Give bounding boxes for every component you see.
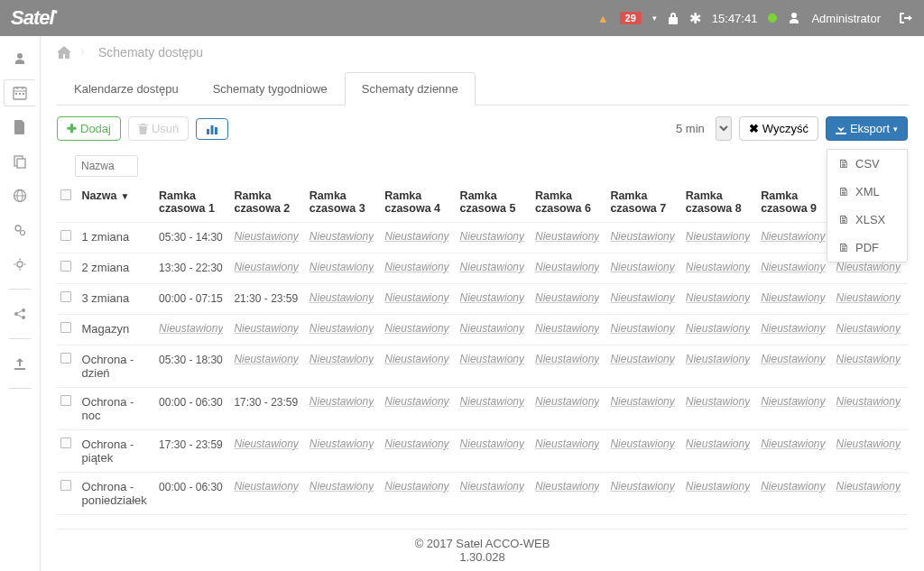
unset-link[interactable]: Nieustawiony xyxy=(460,261,524,273)
row-name[interactable]: 3 zmiana xyxy=(82,291,130,305)
checkbox-icon[interactable] xyxy=(60,189,71,200)
sidenav-document[interactable] xyxy=(4,114,36,141)
sidenav-copy[interactable] xyxy=(4,148,36,175)
unset-link[interactable]: Nieustawiony xyxy=(159,322,223,335)
time-range[interactable]: 17:30 - 23:59 xyxy=(159,438,223,451)
col-f6[interactable]: Ramka czasowa 6 xyxy=(531,182,606,223)
add-button[interactable]: ✚ Dodaj xyxy=(57,116,121,141)
sidenav-gear[interactable] xyxy=(4,251,36,278)
unset-link[interactable]: Nieustawiony xyxy=(686,353,750,365)
row-checkbox[interactable] xyxy=(60,230,71,241)
sidenav-users[interactable] xyxy=(4,45,36,72)
unset-link[interactable]: Nieustawiony xyxy=(384,261,448,273)
export-xlsx[interactable]: 🗎XLSX xyxy=(827,206,907,234)
unset-link[interactable]: Nieustawiony xyxy=(535,230,599,243)
unset-link[interactable]: Nieustawiony xyxy=(460,437,524,450)
sidenav-gears[interactable] xyxy=(4,216,36,244)
unset-link[interactable]: Nieustawiony xyxy=(610,230,674,243)
unset-link[interactable]: Nieustawiony xyxy=(686,395,750,408)
row-checkbox[interactable] xyxy=(60,437,71,448)
time-range[interactable]: 00:00 - 07:15 xyxy=(159,292,223,305)
unset-link[interactable]: Nieustawiony xyxy=(610,437,674,450)
unset-link[interactable]: Nieustawiony xyxy=(535,437,599,450)
unset-link[interactable]: Nieustawiony xyxy=(836,322,901,335)
clear-button[interactable]: ✖ Wyczyść xyxy=(739,116,818,141)
row-name[interactable]: 1 zmiana xyxy=(82,230,130,244)
unset-link[interactable]: Nieustawiony xyxy=(761,437,825,450)
export-csv[interactable]: 🗎CSV xyxy=(827,150,907,178)
filter-name-input[interactable] xyxy=(75,155,138,177)
unset-link[interactable]: Nieustawiony xyxy=(384,395,448,408)
unset-link[interactable]: Nieustawiony xyxy=(310,291,374,304)
time-range[interactable]: 00:00 - 06:30 xyxy=(159,481,223,493)
unset-link[interactable]: Nieustawiony xyxy=(460,230,524,243)
user-name[interactable]: Administrator xyxy=(811,12,881,25)
col-f3[interactable]: Ramka czasowa 3 xyxy=(306,182,381,223)
unset-link[interactable]: Nieustawiony xyxy=(610,322,674,335)
row-name[interactable]: Ochrona - noc xyxy=(82,395,134,422)
unset-link[interactable]: Nieustawiony xyxy=(836,437,901,450)
col-f7[interactable]: Ramka czasowa 7 xyxy=(606,182,681,223)
col-f5[interactable]: Ramka czasowa 5 xyxy=(457,182,531,223)
time-range[interactable]: 13:30 - 22:30 xyxy=(159,262,223,274)
unset-link[interactable]: Nieustawiony xyxy=(460,395,524,408)
sidenav-calendar[interactable] xyxy=(4,79,36,106)
asterisk-icon[interactable]: ✱ xyxy=(689,10,701,27)
time-range[interactable]: 17:30 - 23:59 xyxy=(234,396,298,409)
col-f8[interactable]: Ramka czasowa 8 xyxy=(682,182,757,223)
time-range[interactable]: 05:30 - 14:30 xyxy=(159,231,223,244)
unset-link[interactable]: Nieustawiony xyxy=(234,480,298,493)
unset-link[interactable]: Nieustawiony xyxy=(535,480,599,493)
unset-link[interactable]: Nieustawiony xyxy=(384,291,448,304)
unset-link[interactable]: Nieustawiony xyxy=(460,322,524,335)
col-f1[interactable]: Ramka czasowa 1 xyxy=(155,182,230,223)
unset-link[interactable]: Nieustawiony xyxy=(384,353,448,365)
refresh-interval-select[interactable] xyxy=(716,116,732,141)
col-f9[interactable]: Ramka czasowa 9 xyxy=(757,182,832,223)
sidenav-share[interactable] xyxy=(4,300,36,327)
breadcrumb-page[interactable]: Schematy dostępu xyxy=(98,45,203,60)
export-button[interactable]: Eksport ▾ xyxy=(826,116,908,141)
time-range[interactable]: 21:30 - 23:59 xyxy=(234,292,298,305)
time-range[interactable]: 00:00 - 06:30 xyxy=(159,396,223,409)
col-f4[interactable]: Ramka czasowa 4 xyxy=(381,182,456,223)
sidenav-upload[interactable] xyxy=(4,350,36,377)
unset-link[interactable]: Nieustawiony xyxy=(761,395,825,408)
row-name[interactable]: Ochrona - poniedziałek xyxy=(82,480,147,507)
unset-link[interactable]: Nieustawiony xyxy=(686,230,750,243)
unset-link[interactable]: Nieustawiony xyxy=(460,353,524,365)
unset-link[interactable]: Nieustawiony xyxy=(460,291,524,304)
unset-link[interactable]: Nieustawiony xyxy=(234,353,298,365)
unset-link[interactable]: Nieustawiony xyxy=(686,437,750,450)
unset-link[interactable]: Nieustawiony xyxy=(310,261,374,273)
unset-link[interactable]: Nieustawiony xyxy=(310,480,374,493)
unset-link[interactable]: Nieustawiony xyxy=(384,437,448,450)
unset-link[interactable]: Nieustawiony xyxy=(610,395,674,408)
warning-icon[interactable]: ▲ xyxy=(597,12,609,25)
logout-icon[interactable] xyxy=(899,12,913,24)
row-checkbox[interactable] xyxy=(60,261,71,272)
row-checkbox[interactable] xyxy=(60,353,71,364)
unset-link[interactable]: Nieustawiony xyxy=(310,230,374,243)
col-name[interactable]: Nazwa▼ xyxy=(79,182,156,223)
unset-link[interactable]: Nieustawiony xyxy=(686,480,750,493)
unset-link[interactable]: Nieustawiony xyxy=(234,322,298,335)
unset-link[interactable]: Nieustawiony xyxy=(535,322,599,335)
unset-link[interactable]: Nieustawiony xyxy=(686,322,750,335)
unset-link[interactable]: Nieustawiony xyxy=(761,480,825,493)
unset-link[interactable]: Nieustawiony xyxy=(836,291,901,304)
unset-link[interactable]: Nieustawiony xyxy=(535,353,599,365)
unset-link[interactable]: Nieustawiony xyxy=(610,480,674,493)
row-name[interactable]: Ochrona - dzień xyxy=(82,353,134,380)
unset-link[interactable]: Nieustawiony xyxy=(384,322,448,335)
export-xml[interactable]: 🗎XML xyxy=(827,178,907,206)
unset-link[interactable]: Nieustawiony xyxy=(460,480,524,493)
export-pdf[interactable]: 🗎PDF xyxy=(827,234,907,262)
row-checkbox[interactable] xyxy=(60,480,71,491)
unset-link[interactable]: Nieustawiony xyxy=(535,261,599,273)
row-checkbox[interactable] xyxy=(60,395,71,406)
unset-link[interactable]: Nieustawiony xyxy=(610,261,674,273)
unset-link[interactable]: Nieustawiony xyxy=(610,353,674,365)
unset-link[interactable]: Nieustawiony xyxy=(535,291,599,304)
unset-link[interactable]: Nieustawiony xyxy=(384,230,448,243)
